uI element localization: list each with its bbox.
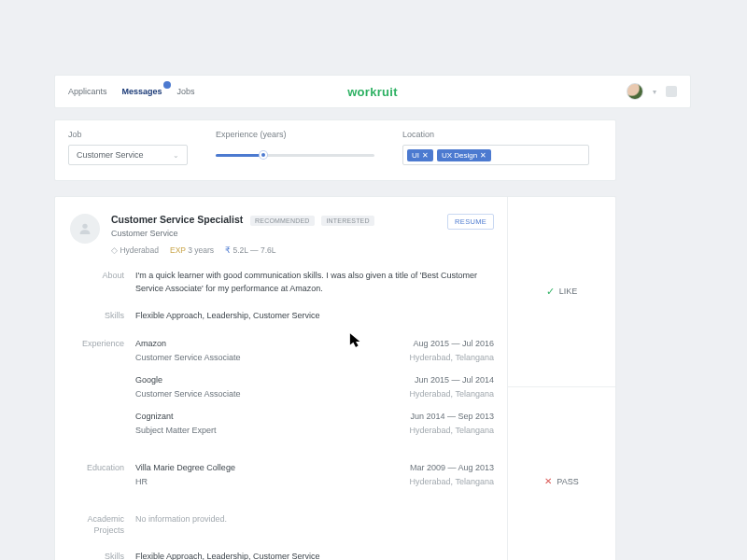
chevron-down-icon[interactable]: ▾ bbox=[653, 88, 656, 96]
experience-slider[interactable] bbox=[216, 145, 374, 165]
location-input[interactable]: UI ✕ UX Design ✕ bbox=[402, 145, 589, 165]
avatar[interactable] bbox=[627, 83, 643, 100]
filter-job-label: Job bbox=[68, 130, 188, 139]
meta-salary: ₹ 5.2L — 7.6L bbox=[225, 245, 275, 255]
list-item: Villa Marie Degree CollegeHRMar 2009 — A… bbox=[135, 462, 494, 489]
close-icon: ✕ bbox=[544, 476, 552, 486]
filter-panel: Job Customer Service ⌄ Experience (years… bbox=[54, 119, 616, 181]
profile-role: Customer Service bbox=[111, 229, 494, 238]
nav-jobs[interactable]: Jobs bbox=[177, 87, 195, 96]
list-item: CognizantSubject Matter ExpertJun 2014 —… bbox=[135, 411, 494, 438]
filter-location-label: Location bbox=[402, 130, 589, 139]
badge-icon bbox=[163, 81, 171, 89]
academic-label: Academic Projects bbox=[70, 513, 135, 536]
nav-applicants[interactable]: Applicants bbox=[68, 87, 107, 96]
location-chip[interactable]: UX Design ✕ bbox=[437, 149, 491, 161]
close-icon[interactable]: ✕ bbox=[480, 151, 486, 160]
resume-button[interactable]: RESUME bbox=[447, 214, 494, 230]
check-icon: ✓ bbox=[546, 286, 555, 298]
nav-messages-label: Messages bbox=[122, 87, 162, 96]
education-label: Education bbox=[70, 462, 135, 498]
tag-interested: INTERESTED bbox=[321, 216, 374, 226]
profile-title: Customer Service Specialist bbox=[111, 214, 243, 225]
profile-avatar bbox=[70, 214, 100, 244]
about-text: I'm a quick learner with good communicat… bbox=[135, 270, 494, 295]
svg-point-0 bbox=[82, 224, 87, 229]
experience-label: Experience bbox=[70, 338, 135, 447]
meta-location: ◇ Hyderabad bbox=[111, 245, 159, 255]
about-label: About bbox=[70, 270, 135, 295]
list-item: GoogleCustomer Service AssociateJun 2015… bbox=[135, 374, 494, 401]
job-dropdown[interactable]: Customer Service ⌄ bbox=[68, 145, 188, 165]
chevron-down-icon: ⌄ bbox=[173, 151, 179, 160]
location-chip[interactable]: UI ✕ bbox=[407, 149, 433, 161]
filter-exp-label: Experience (years) bbox=[216, 130, 374, 139]
list-item: AmazonCustomer Service AssociateAug 2015… bbox=[135, 338, 494, 365]
profile-card: Customer Service Specialist RECOMMENDED … bbox=[54, 196, 616, 560]
skills-label: Skills bbox=[70, 310, 135, 323]
notification-icon[interactable] bbox=[666, 86, 677, 97]
like-button[interactable]: ✓ LIKE bbox=[508, 197, 615, 386]
slider-thumb-icon[interactable] bbox=[260, 151, 267, 159]
nav-messages[interactable]: Messages bbox=[122, 87, 162, 96]
skills2-label: Skills bbox=[70, 551, 135, 560]
academic-text: No information provided. bbox=[135, 513, 494, 536]
skills-text: Flexible Approach, Leadership, Customer … bbox=[135, 310, 494, 323]
brand-logo: workruit bbox=[347, 85, 398, 99]
skills2-text: Flexible Approach, Leadership, Customer … bbox=[135, 551, 322, 560]
meta-experience: EXP 3 years bbox=[170, 245, 214, 255]
job-dropdown-value: Customer Service bbox=[77, 150, 144, 160]
close-icon[interactable]: ✕ bbox=[422, 151, 429, 160]
pass-button[interactable]: ✕ PASS bbox=[508, 386, 615, 560]
tag-recommended: RECOMMENDED bbox=[250, 216, 315, 226]
top-header: Applicants Messages Jobs workruit ▾ bbox=[54, 75, 691, 108]
